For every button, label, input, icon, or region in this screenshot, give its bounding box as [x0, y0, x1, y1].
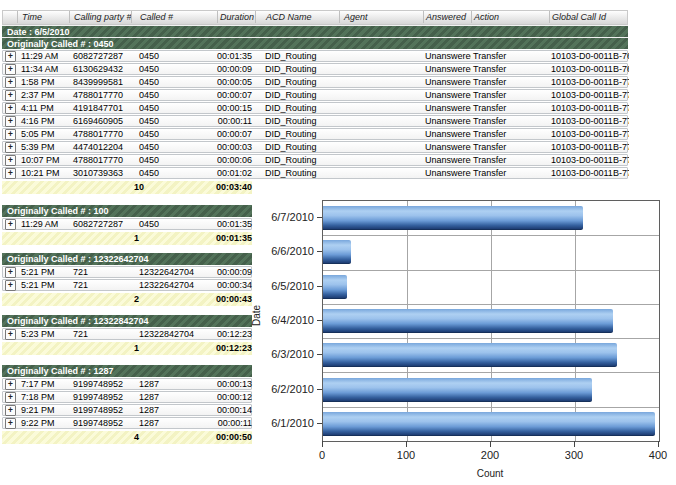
column-header-time: Time	[17, 11, 69, 23]
table-row[interactable]: +4:16 PM6169460905045000:00:11DID_Routin…	[2, 115, 628, 127]
expand-icon[interactable]: +	[5, 267, 16, 278]
cell-called: 0450	[131, 64, 217, 74]
cell-global_id: 10103-D0-0011B-774	[549, 129, 629, 139]
table-row[interactable]: +11:29 AM6082727287045000:01:35DID_Routi…	[2, 50, 628, 62]
date-group-band[interactable]: Date : 6/5/2010	[2, 25, 628, 37]
cell-calling: 4788017770	[69, 129, 131, 139]
cell-time: 11:29 AM	[17, 219, 69, 229]
table-row[interactable]: +10:21 PM3010739363045000:01:02DID_Routi…	[2, 167, 628, 179]
expand-icon[interactable]: +	[5, 418, 16, 429]
bar-6/7/2010[interactable]	[323, 206, 583, 230]
bar-6/4/2010[interactable]	[323, 309, 613, 333]
cell-global_id: 10103-D0-0011B-77E	[549, 155, 629, 165]
gridline-horizontal	[323, 407, 659, 408]
cell-action: Transfer	[471, 51, 549, 61]
table-row[interactable]: +2:37 PM4788017770045000:00:07DID_Routin…	[2, 89, 628, 101]
expand-icon[interactable]: +	[5, 129, 16, 140]
table-row[interactable]: +11:29 AM6082727287045000:01:35	[2, 218, 252, 230]
expand-icon[interactable]: +	[5, 64, 16, 75]
column-header-answered: Answered	[423, 11, 471, 23]
summary-count: 4	[130, 431, 216, 444]
cell-calling: 4788017770	[69, 155, 131, 165]
summary-spacer	[2, 181, 130, 194]
expand-icon[interactable]: +	[5, 90, 16, 101]
group-section: Originally Called # : 12322642704+5:21 P…	[2, 253, 252, 306]
cell-action: Transfer	[471, 129, 549, 139]
cell-global_id: 10103-D0-0011B-770	[549, 77, 629, 87]
cell-acd: DID_Routing	[255, 103, 339, 113]
group-section: Originally Called # : 100+11:29 AM608272…	[2, 205, 252, 245]
expand-icon[interactable]: +	[5, 116, 16, 127]
cell-called: 0450	[131, 129, 217, 139]
gridline-horizontal	[323, 270, 659, 271]
table-row[interactable]: +5:21 PM7211232264270400:00:34	[2, 279, 252, 291]
bar-6/1/2010[interactable]	[323, 412, 655, 436]
originally-called-band[interactable]: Originally Called # : 1287	[2, 365, 252, 377]
table-row[interactable]: +9:22 PM9199748952128700:00:11	[2, 417, 252, 429]
expand-icon[interactable]: +	[5, 329, 16, 340]
table-row[interactable]: +5:05 PM4788017770045000:00:07DID_Routin…	[2, 128, 628, 140]
cell-answered: Unanswered	[423, 51, 471, 61]
cell-agent	[339, 155, 423, 165]
bar-6/5/2010[interactable]	[323, 275, 347, 299]
table-row[interactable]: +1:58 PM8439999581045000:00:05DID_Routin…	[2, 76, 628, 88]
cell-agent	[339, 116, 423, 126]
cell-acd: DID_Routing	[255, 90, 339, 100]
cell-time: 4:11 PM	[17, 103, 69, 113]
cell-global_id: 10103-D0-0011B-77F	[549, 168, 629, 178]
group-summary-row: 100:01:35	[2, 232, 252, 245]
expand-icon[interactable]: +	[5, 280, 16, 291]
bar-6/3/2010[interactable]	[323, 343, 617, 367]
cell-answered: Unanswered	[423, 168, 471, 178]
cell-called: 0450	[131, 155, 217, 165]
column-header-called: Called #	[131, 11, 217, 23]
expand-icon[interactable]: +	[5, 142, 16, 153]
cell-calling: 6082727287	[69, 51, 131, 61]
expand-icon[interactable]: +	[5, 405, 16, 416]
expand-icon[interactable]: +	[5, 155, 16, 166]
x-tick-mark	[406, 441, 407, 447]
table-row[interactable]: +7:18 PM9199748952128700:00:12	[2, 391, 252, 403]
expand-icon[interactable]: +	[5, 51, 16, 62]
cell-answered: Unanswered	[423, 129, 471, 139]
table-row[interactable]: +4:11 PM4191847701045000:00:15DID_Routin…	[2, 102, 628, 114]
bar-6/2/2010[interactable]	[323, 378, 592, 402]
table-header-row: TimeCalling party #Called #DurationACD N…	[2, 10, 628, 25]
cell-answered: Unanswered	[423, 142, 471, 152]
gridline-horizontal	[323, 304, 659, 305]
expand-icon[interactable]: +	[5, 103, 16, 114]
table-row[interactable]: +7:17 PM9199748952128700:00:13	[2, 378, 252, 390]
cell-agent	[339, 129, 423, 139]
table-row[interactable]: +5:23 PM7211232284270400:12:23	[2, 328, 252, 340]
expand-icon[interactable]: +	[5, 392, 16, 403]
cell-acd: DID_Routing	[255, 64, 339, 74]
cell-time: 5:21 PM	[17, 280, 69, 290]
expand-icon[interactable]: +	[5, 219, 16, 230]
table-row[interactable]: +9:21 PM9199748952128700:00:14	[2, 404, 252, 416]
expand-icon[interactable]: +	[5, 168, 16, 179]
cell-action: Transfer	[471, 155, 549, 165]
originally-called-band[interactable]: Originally Called # : 100	[2, 205, 252, 217]
originally-called-band[interactable]: Originally Called # : 12322642704	[2, 253, 252, 265]
table-row[interactable]: +11:34 AM6130629432045000:00:09DID_Routi…	[2, 63, 628, 75]
cell-time: 4:16 PM	[17, 116, 69, 126]
cell-duration: 00:00:03	[217, 142, 255, 152]
y-tick-label: 6/1/2010	[244, 416, 314, 430]
cell-action: Transfer	[471, 77, 549, 87]
cell-duration: 00:00:09	[217, 64, 255, 74]
table-row[interactable]: +5:21 PM7211232264270400:00:09	[2, 266, 252, 278]
summary-count: 1	[130, 342, 216, 355]
expand-icon[interactable]: +	[5, 379, 16, 390]
originally-called-band[interactable]: Originally Called # : 12322842704	[2, 315, 252, 327]
cell-time: 10:21 PM	[17, 168, 69, 178]
cell-agent	[339, 77, 423, 87]
table-row[interactable]: +10:07 PM4788017770045000:00:06DID_Routi…	[2, 154, 628, 166]
cell-time: 7:18 PM	[17, 392, 69, 402]
table-row[interactable]: +5:39 PM4474012204045000:00:03DID_Routin…	[2, 141, 628, 153]
cell-acd: DID_Routing	[255, 129, 339, 139]
y-tick-label: 6/7/2010	[244, 210, 314, 224]
bar-6/6/2010[interactable]	[323, 240, 351, 264]
expand-icon[interactable]: +	[5, 77, 16, 88]
originally-called-band[interactable]: Originally Called # : 0450	[2, 37, 628, 49]
group-summary-row: 100:12:23	[2, 342, 252, 355]
